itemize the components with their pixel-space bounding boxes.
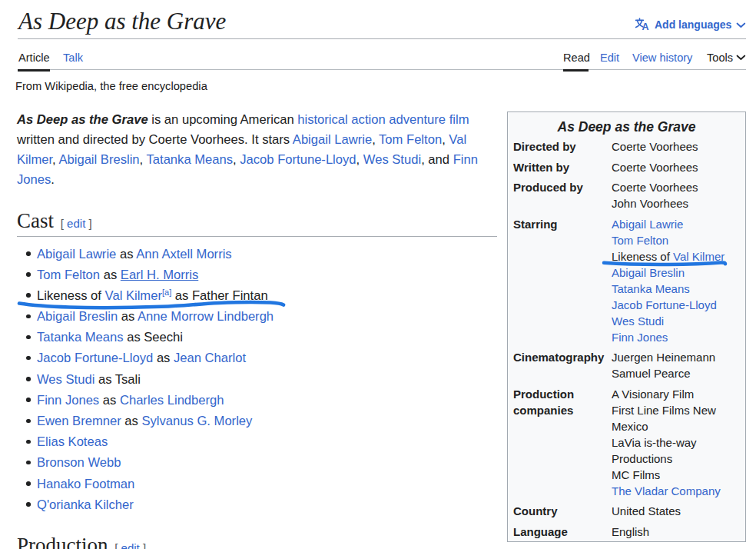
svg-text:A: A	[642, 22, 648, 32]
